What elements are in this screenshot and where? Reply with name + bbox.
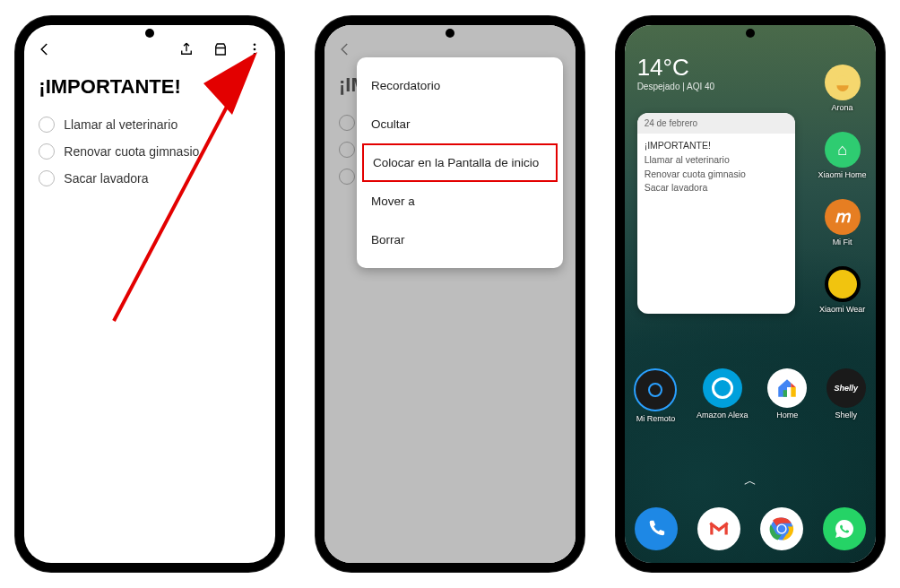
checkbox-icon[interactable]: [39, 170, 55, 186]
menu-item-place-on-home[interactable]: Colocar en la Pantalla de inicio: [362, 143, 558, 182]
all-apps-chevron-icon[interactable]: ︿: [744, 473, 757, 489]
svg-point-2: [254, 53, 256, 56]
app-amazon-alexa[interactable]: Amazon Alexa: [697, 368, 749, 423]
app-google-home[interactable]: Home: [767, 368, 807, 423]
app-mi-remoto[interactable]: Mi Remoto: [634, 368, 677, 423]
app-xiaomi-home[interactable]: ⌂Xiaomi Home: [818, 132, 867, 179]
back-icon: [337, 41, 353, 61]
dock: [625, 507, 876, 550]
dock-phone[interactable]: [635, 507, 678, 550]
phone-mockup-1: ¡IMPORTANTE! Llamar al veterinario Renov…: [15, 16, 284, 572]
menu-item-move-to[interactable]: Mover a: [357, 182, 563, 220]
app-xiaomi-wear[interactable]: Xiaomi Wear: [819, 266, 865, 314]
context-menu: Recordatorio Ocultar Colocar en la Panta…: [357, 57, 563, 268]
checklist-item[interactable]: Llamar al veterinario: [24, 111, 275, 138]
widget-title: ¡IMPORTANTE!: [645, 139, 788, 153]
dock-chrome[interactable]: [760, 507, 803, 550]
screen-notes-app: ¡IMPORTANTE! Llamar al veterinario Renov…: [24, 25, 275, 563]
menu-item-hide[interactable]: Ocultar: [357, 105, 563, 143]
phone-mockup-3: 14°C Despejado | AQI 40 24 de febrero ¡I…: [616, 16, 885, 572]
app-mi-fit[interactable]: ⅿMi Fit: [825, 199, 861, 246]
dock-gmail[interactable]: [697, 507, 740, 550]
temperature: 14°C: [637, 54, 715, 82]
checklist-item[interactable]: Renovar cuota gimnasio: [24, 138, 275, 165]
home-screen[interactable]: 14°C Despejado | AQI 40 24 de febrero ¡I…: [625, 25, 876, 563]
screen-dimmed-background: ¡IM Lla Re Sac Recordatorio Ocultar Colo…: [325, 25, 575, 563]
weather-widget[interactable]: 14°C Despejado | AQI 40: [637, 54, 715, 91]
svg-point-1: [254, 48, 256, 51]
checkbox-icon[interactable]: [39, 117, 55, 133]
widget-date: 24 de febrero: [637, 113, 795, 134]
app-shelly[interactable]: ShellyShelly: [826, 368, 866, 423]
theme-icon[interactable]: [212, 41, 229, 61]
weather-desc: Despejado | AQI 40: [637, 82, 715, 91]
menu-item-delete[interactable]: Borrar: [357, 220, 563, 259]
side-app-column: Arona ⌂Xiaomi Home ⅿMi Fit Xiaomi Wear: [818, 65, 867, 314]
share-icon[interactable]: [178, 41, 195, 61]
back-icon[interactable]: [37, 41, 53, 61]
checklist-item[interactable]: Sacar lavadora: [24, 165, 275, 192]
widget-line: Sacar lavadora: [645, 181, 788, 195]
more-options-icon[interactable]: [247, 41, 263, 61]
menu-item-reminder[interactable]: Recordatorio: [357, 66, 563, 105]
app-row: Mi Remoto Amazon Alexa Home ShellyShelly: [625, 368, 876, 423]
svg-point-8: [777, 525, 785, 533]
svg-point-0: [254, 43, 256, 46]
widget-line: Llamar al veterinario: [645, 153, 788, 168]
dock-whatsapp[interactable]: [823, 507, 866, 550]
note-widget[interactable]: 24 de febrero ¡IMPORTANTE! Llamar al vet…: [637, 113, 795, 314]
checkbox-icon[interactable]: [39, 143, 55, 160]
phone-mockup-2: ¡IM Lla Re Sac Recordatorio Ocultar Colo…: [316, 16, 584, 572]
app-arona[interactable]: Arona: [825, 65, 861, 112]
note-title[interactable]: ¡IMPORTANTE!: [24, 68, 275, 111]
widget-line: Renovar cuota gimnasio: [645, 168, 788, 182]
